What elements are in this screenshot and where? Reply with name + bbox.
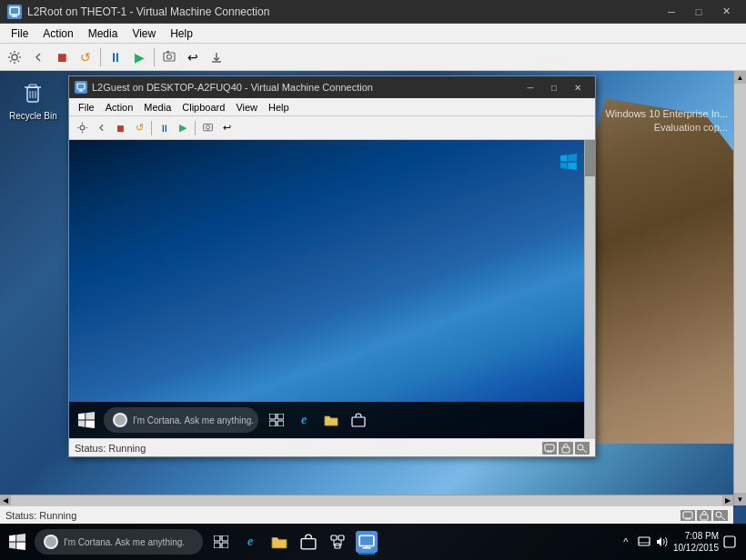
inner-toolbar-snapshot-btn[interactable]: [198, 119, 217, 137]
outer-status-icons: [680, 510, 728, 521]
outer-scrollbar-right[interactable]: ▲ ▼: [733, 71, 746, 505]
svg-rect-35: [214, 535, 220, 541]
scroll-right-arrow[interactable]: ▶: [722, 495, 733, 505]
tray-chevron-icon[interactable]: ^: [619, 535, 633, 549]
inner-menu-media[interactable]: Media: [138, 98, 176, 116]
outer-toolbar-pause-btn[interactable]: ⏸: [105, 46, 126, 68]
outer-toolbar-snapshot-btn[interactable]: [158, 46, 180, 68]
tray-network-icon[interactable]: [637, 535, 651, 549]
recycle-bin[interactable]: Recycle Bin: [9, 80, 57, 121]
svg-rect-21: [277, 414, 284, 419]
scroll-left-arrow[interactable]: ◀: [0, 495, 11, 505]
system-tray: ^ 7:08 PM 10/12/2015: [619, 530, 742, 554]
outer-folder-icon[interactable]: [268, 531, 290, 553]
svg-line-29: [583, 449, 588, 453]
inner-status-bar: Status: Running: [69, 438, 595, 456]
svg-rect-36: [222, 535, 228, 541]
outer-toolbar-back-btn[interactable]: [27, 46, 49, 68]
svg-rect-38: [222, 543, 228, 548]
inner-menu-clipboard[interactable]: Clipboard: [176, 98, 230, 116]
outer-window-controls: ─ □ ✕: [659, 3, 739, 21]
outer-minimize-button[interactable]: ─: [659, 3, 684, 21]
svg-rect-27: [562, 447, 570, 453]
inner-menu-action[interactable]: Action: [100, 98, 139, 116]
svg-line-34: [721, 516, 726, 520]
svg-rect-20: [269, 414, 276, 419]
inner-edge-icon[interactable]: e: [293, 409, 315, 431]
inner-menu-help[interactable]: Help: [263, 98, 295, 116]
outer-task-view-icon[interactable]: [210, 531, 232, 553]
outer-network-icon[interactable]: [327, 531, 348, 553]
inner-title-bar: L2Guest on DESKTOP-A2FUQ40 - Virtual Mac…: [69, 76, 595, 98]
outer-vm-icon: [7, 5, 22, 19]
tray-volume-icon[interactable]: [655, 535, 670, 549]
outer-toolbar-reset-btn[interactable]: ↺: [75, 46, 96, 68]
inner-task-view-icon[interactable]: [266, 409, 287, 431]
svg-rect-18: [203, 124, 212, 130]
inner-start-button[interactable]: [73, 406, 100, 434]
inner-toolbar-play-btn[interactable]: ▶: [174, 119, 192, 137]
outer-store-icon[interactable]: [297, 531, 319, 553]
outer-toolbar: ⏹ ↺ ⏸ ▶ ↩: [0, 44, 746, 71]
outer-toolbar-revert-btn[interactable]: ↩: [182, 46, 204, 68]
inner-toolbar-back-btn[interactable]: [92, 119, 110, 137]
inner-close-button[interactable]: ✕: [566, 79, 590, 95]
outer-close-button[interactable]: ✕: [713, 3, 739, 21]
outer-status-monitor-icon: [680, 510, 695, 521]
outer-taskbar: I'm Cortana. Ask me anything. e ^: [0, 524, 746, 560]
inner-toolbar-settings-btn[interactable]: [73, 119, 91, 137]
outer-toolbar-play-btn[interactable]: ▶: [128, 46, 150, 68]
outer-toolbar-stop-btn[interactable]: ⏹: [51, 46, 73, 68]
outer-menu-action[interactable]: Action: [35, 24, 80, 44]
tray-date-value: 10/12/2015: [673, 542, 719, 554]
svg-rect-25: [545, 445, 554, 451]
outer-toolbar-settings-btn[interactable]: [4, 46, 25, 68]
inner-menu-view[interactable]: View: [230, 98, 263, 116]
inner-vm-icon: [75, 81, 87, 94]
inner-scrollbar-right[interactable]: [584, 140, 595, 438]
inner-status-text: Status: Running: [75, 443, 146, 454]
outer-edge-icon[interactable]: e: [239, 531, 261, 553]
svg-point-33: [716, 512, 721, 517]
outer-menu-bar: File Action Media View Help: [0, 24, 746, 44]
outer-cortana-search[interactable]: I'm Cortana. Ask me anything.: [35, 529, 203, 555]
scroll-up-arrow[interactable]: ▲: [734, 71, 746, 84]
scroll-down-arrow[interactable]: ▼: [734, 493, 746, 505]
inner-restore-button[interactable]: □: [542, 79, 566, 95]
inner-folder-icon[interactable]: [320, 409, 342, 431]
tray-notification-icon[interactable]: [722, 535, 737, 549]
outer-menu-help[interactable]: Help: [163, 24, 200, 44]
tray-time-value: 7:08 PM: [673, 530, 719, 542]
outer-start-button[interactable]: [4, 528, 31, 555]
outer-menu-media[interactable]: Media: [81, 24, 126, 44]
inner-scroll-thumb: [585, 140, 595, 176]
svg-point-17: [80, 125, 85, 130]
inner-minimize-button[interactable]: ─: [519, 79, 542, 95]
outer-toolbar-download-btn[interactable]: [206, 46, 227, 68]
tray-clock[interactable]: 7:08 PM 10/12/2015: [673, 530, 719, 554]
outer-vm-taskbar-icon[interactable]: [356, 531, 378, 553]
outer-status-text: Status: Running: [5, 510, 76, 521]
inner-toolbar: ⏹ ↺ ⏸ ▶ ↩: [69, 116, 595, 140]
inner-window-controls: ─ □ ✕: [519, 79, 590, 95]
outer-title-text: L2Root on THEOT-1 - Virtual Machine Conn…: [27, 5, 659, 18]
svg-point-19: [206, 125, 209, 129]
outer-search-text: I'm Cortana. Ask me anything.: [64, 537, 185, 547]
svg-rect-41: [338, 535, 344, 540]
outer-vm-window: L2Root on THEOT-1 - Virtual Machine Conn…: [0, 0, 746, 560]
inner-store-icon[interactable]: [348, 409, 369, 431]
inner-toolbar-reset-btn[interactable]: ↺: [130, 119, 148, 137]
svg-point-3: [12, 55, 17, 60]
inner-toolbar-stop-btn[interactable]: ⏹: [111, 119, 129, 137]
outer-menu-view[interactable]: View: [125, 24, 163, 44]
outer-restore-button[interactable]: □: [686, 3, 711, 21]
inner-menu-bar: File Action Media Clipboard View Help: [69, 98, 595, 116]
outer-scrollbar-bottom[interactable]: ◀ ▶: [0, 495, 733, 505]
svg-rect-46: [359, 535, 374, 545]
inner-menu-file[interactable]: File: [73, 98, 100, 116]
inner-toolbar-revert-btn[interactable]: ↩: [217, 119, 236, 137]
inner-toolbar-pause-btn[interactable]: ⏸: [155, 119, 173, 137]
outer-menu-file[interactable]: File: [4, 24, 35, 44]
outer-taskbar-icons: e: [210, 531, 378, 553]
inner-cortana-search[interactable]: I'm Cortana. Ask me anything.: [104, 407, 258, 433]
